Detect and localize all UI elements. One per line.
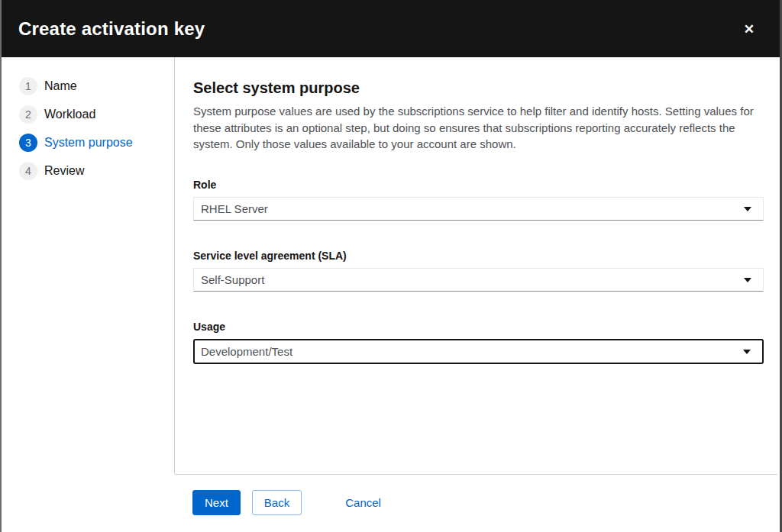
system-purpose-description: System purpose values are used by the su… xyxy=(193,103,764,153)
step-number-badge: 3 xyxy=(19,134,37,152)
usage-select[interactable]: Development/Test xyxy=(193,339,764,364)
step-label: Name xyxy=(44,79,77,93)
sla-select-value: Self-Support xyxy=(201,273,264,286)
sla-form-group: Service level agreement (SLA) Self-Suppo… xyxy=(193,250,764,292)
wizard-step-workload[interactable]: 2 Workload xyxy=(19,105,174,124)
wizard-step-name[interactable]: 1 Name xyxy=(19,77,174,95)
role-label: Role xyxy=(193,179,764,191)
step-number-badge: 4 xyxy=(19,162,37,180)
system-purpose-form: Role RHEL Server Service level agreement… xyxy=(193,179,764,364)
wizard-step-review[interactable]: 4 Review xyxy=(19,162,174,180)
chevron-down-icon xyxy=(744,207,751,211)
step-label: System purpose xyxy=(44,136,133,150)
sla-label: Service level agreement (SLA) xyxy=(193,250,764,262)
usage-form-group: Usage Development/Test xyxy=(193,321,764,364)
modal-title: Create activation key xyxy=(18,18,205,40)
role-form-group: Role RHEL Server xyxy=(193,179,764,221)
cancel-button[interactable]: Cancel xyxy=(345,490,381,515)
close-icon[interactable]: ✕ xyxy=(741,19,758,38)
chevron-down-icon xyxy=(744,278,751,282)
wizard-footer: Next Back Cancel xyxy=(0,474,782,532)
usage-select-value: Development/Test xyxy=(201,345,292,358)
modal-header: Create activation key ✕ xyxy=(0,0,782,57)
step-label: Review xyxy=(44,164,84,178)
step-label: Workload xyxy=(44,108,95,121)
back-button[interactable]: Back xyxy=(252,490,302,515)
wizard-body: 1 Name 2 Workload 3 System purpose 4 Rev… xyxy=(0,57,782,474)
create-activation-key-modal: Create activation key ✕ 1 Name 2 Workloa… xyxy=(0,0,782,532)
chevron-down-icon xyxy=(743,350,751,354)
role-select[interactable]: RHEL Server xyxy=(193,197,764,221)
usage-label: Usage xyxy=(193,321,764,333)
page-title: Select system purpose xyxy=(193,78,764,98)
next-button[interactable]: Next xyxy=(192,490,241,515)
wizard-content: Select system purpose System purpose val… xyxy=(175,57,782,474)
window-left-edge xyxy=(0,0,2,532)
role-select-value: RHEL Server xyxy=(201,202,268,215)
step-number-badge: 1 xyxy=(19,77,37,95)
wizard-step-system-purpose[interactable]: 3 System purpose xyxy=(19,134,174,152)
sla-select[interactable]: Self-Support xyxy=(193,268,764,292)
wizard-nav: 1 Name 2 Workload 3 System purpose 4 Rev… xyxy=(0,57,175,474)
step-number-badge: 2 xyxy=(19,105,37,124)
